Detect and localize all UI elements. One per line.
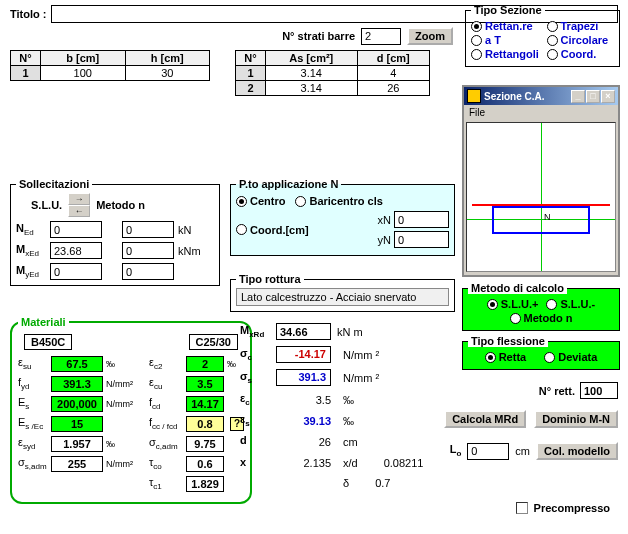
table-row: 23.1426	[236, 81, 430, 96]
mat-value[interactable]: 2	[186, 356, 224, 372]
radio-metodo-n[interactable]: Metodo n	[510, 312, 573, 324]
close-button[interactable]: ×	[601, 90, 615, 103]
minimize-button[interactable]: _	[571, 90, 585, 103]
n-label: N	[544, 212, 551, 222]
precompresso-label: Precompresso	[534, 502, 610, 514]
window-titlebar[interactable]: Sezione C.A. _ □ ×	[464, 87, 618, 105]
title-label: Titolo :	[10, 8, 46, 20]
calcola-button[interactable]: Calcola MRd	[444, 410, 526, 428]
tipo-rottura-group: Tipo rottura Lato calcestruzzo - Acciaio…	[230, 273, 455, 312]
radio-at[interactable]: a T	[471, 34, 539, 46]
strati-label: N° strati barre	[282, 30, 355, 42]
precompresso-checkbox[interactable]	[516, 502, 528, 514]
unit-label: kNm	[178, 245, 201, 257]
dominio-button[interactable]: Dominio M-N	[534, 410, 618, 428]
mat-value[interactable]: 0.8	[186, 416, 224, 432]
sollecitazioni-group: Sollecitazioni S.L.U. → ← Metodo n NEd k…	[10, 178, 220, 286]
concrete-box[interactable]: C25/30	[189, 334, 238, 350]
radio-rettangoli[interactable]: Rettangoli	[471, 48, 539, 60]
radio-coord[interactable]: Coord.[cm]	[236, 224, 309, 236]
mxed-input2[interactable]	[122, 242, 174, 259]
mat-value[interactable]: 0.6	[186, 456, 224, 472]
xn-input[interactable]	[394, 211, 449, 228]
metodo-calc-legend: Metodo di calcolo	[468, 282, 567, 294]
radio-slu-plus[interactable]: S.L.U.+	[487, 298, 539, 310]
arrow-left-button[interactable]: ←	[68, 205, 90, 217]
table-row: 13.144	[236, 66, 430, 81]
col-modello-button[interactable]: Col. modello	[536, 442, 618, 460]
mat-value[interactable]: 1.957	[51, 436, 103, 452]
steel-box[interactable]: B450C	[24, 334, 72, 350]
tipo-fless-legend: Tipo flessione	[468, 335, 548, 347]
table-bh[interactable]: N°b [cm]h [cm] 110030	[10, 50, 210, 81]
maximize-button[interactable]: □	[586, 90, 600, 103]
tipo-sezione-legend: Tipo Sezione	[471, 4, 545, 16]
yn-input[interactable]	[394, 231, 449, 248]
myed-input2[interactable]	[122, 263, 174, 280]
radio-deviata[interactable]: Deviata	[544, 351, 597, 363]
mat-value[interactable]: 15	[51, 416, 103, 432]
mat-value[interactable]: 255	[51, 456, 103, 472]
ned-input2[interactable]	[122, 221, 174, 238]
radio-trapezi[interactable]: Trapezi	[547, 20, 615, 32]
mat-value[interactable]: 67.5	[51, 356, 103, 372]
ned-input[interactable]	[50, 221, 102, 238]
sezione-window: Sezione C.A. _ □ × File N	[462, 85, 620, 277]
lo-input[interactable]	[467, 443, 509, 460]
table-asd[interactable]: N°As [cm²]d [cm] 13.144 23.1426	[235, 50, 430, 96]
sollec-legend: Sollecitazioni	[16, 178, 92, 190]
radio-rettan[interactable]: Rettan.re	[471, 20, 539, 32]
table-row: 110030	[11, 66, 210, 81]
strati-input[interactable]	[361, 28, 401, 45]
file-menu[interactable]: File	[464, 105, 618, 120]
mat-value[interactable]: 1.829	[186, 476, 224, 492]
slu-label: S.L.U.	[31, 199, 62, 211]
metodo-label: Metodo n	[96, 199, 145, 211]
mat-value[interactable]: 3.5	[186, 376, 224, 392]
nrett-input[interactable]	[580, 382, 618, 399]
materiali-legend: Materiali	[18, 316, 69, 328]
pto-legend: P.to applicazione N	[236, 178, 341, 190]
tipo-sezione-group: Tipo Sezione Rettan.re Trapezi a T Circo…	[465, 4, 620, 67]
materiali-group: Materiali B450C C25/30 εsu67.5‰εc22‰fyd3…	[10, 316, 252, 504]
tipo-rot-text: Lato calcestruzzo - Acciaio snervato	[236, 288, 449, 306]
metodo-calc-group: Metodo di calcolo S.L.U.+ S.L.U.- Metodo…	[462, 282, 620, 331]
mxrd-value[interactable]	[276, 323, 331, 340]
nrett-label: N° rett.	[539, 385, 575, 397]
radio-slu-minus[interactable]: S.L.U.-	[546, 298, 595, 310]
mxed-input[interactable]	[50, 242, 102, 259]
radio-circolare[interactable]: Circolare	[547, 34, 615, 46]
window-title: Sezione C.A.	[484, 91, 571, 102]
arrow-right-button[interactable]: →	[68, 193, 90, 205]
radio-centro[interactable]: Centro	[236, 195, 285, 207]
tipo-fless-group: Tipo flessione Retta Deviata	[462, 335, 620, 370]
section-canvas: N	[466, 122, 616, 272]
window-icon	[467, 89, 481, 103]
mat-value[interactable]: 14.17	[186, 396, 224, 412]
zoom-button[interactable]: Zoom	[407, 27, 453, 45]
results-area: MxRd kN m σc-14.17N/mm ²σs391.3N/mm ²εc3…	[240, 320, 460, 492]
pto-group: P.to applicazione N Centro Baricentro cl…	[230, 178, 455, 256]
radio-baricentro[interactable]: Baricentro cls	[295, 195, 382, 207]
mat-value[interactable]: 9.75	[186, 436, 224, 452]
tipo-rot-legend: Tipo rottura	[236, 273, 304, 285]
radio-retta[interactable]: Retta	[485, 351, 527, 363]
unit-label: kN	[178, 224, 191, 236]
myed-input[interactable]	[50, 263, 102, 280]
mat-value[interactable]: 391.3	[51, 376, 103, 392]
radio-coord[interactable]: Coord.	[547, 48, 614, 60]
mat-value[interactable]: 200,000	[51, 396, 103, 412]
